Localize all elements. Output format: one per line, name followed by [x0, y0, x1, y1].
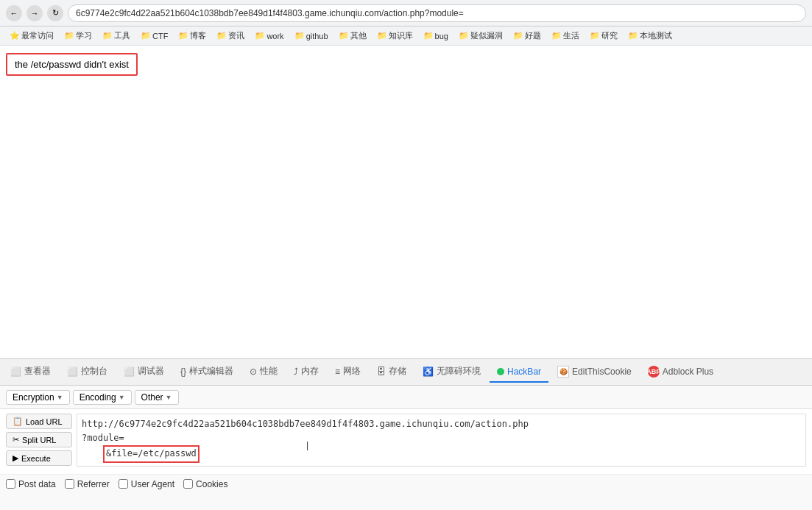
url-line-1: http://6c9774e2c9fc4d22aa521b604c1038bdb…: [82, 417, 801, 431]
bookmark-qita[interactable]: 📁 其他: [335, 29, 370, 43]
adblock-icon: ABP: [648, 366, 660, 378]
devtools-tabs: ⬜ 查看器 ⬜ 控制台 ⬜ 调试器 {} 样式编辑器 ⊙ 性能 ⤴ 内存 ≡ 网…: [0, 359, 812, 386]
cookies-checkbox-label[interactable]: Cookies: [183, 479, 227, 489]
bookmark-bug[interactable]: 📁 bug: [420, 29, 452, 42]
error-text: the /etc/passwd didn't exist: [15, 59, 129, 70]
tab-hackbar[interactable]: HackBar: [490, 362, 548, 383]
browser-toolbar: ← → ↻: [0, 0, 812, 26]
bookmark-shenghuo[interactable]: 📁 生活: [548, 29, 583, 43]
forward-button[interactable]: →: [27, 5, 43, 21]
back-button[interactable]: ←: [6, 5, 22, 21]
hackbar-checkboxes: Post data Referrer User Agent Cookies: [0, 474, 812, 494]
execute-icon: ▶: [13, 453, 18, 463]
bookmark-yanjiu[interactable]: 📁 研究: [586, 29, 621, 43]
bookmark-xuexi[interactable]: 📁 学习: [60, 29, 96, 43]
url-highlighted-part: &file=/etc/passwd: [103, 445, 200, 462]
hackbar-content: 📋 Load URL ✂ Split URL ▶ Execute http://…: [0, 409, 812, 474]
tab-editthiscookie[interactable]: 🍪 EditThisCookie: [550, 361, 639, 383]
hackbar-main-row: 📋 Load URL ✂ Split URL ▶ Execute http://…: [6, 414, 806, 467]
bookmark-zuichang[interactable]: ⭐ 最常访问: [6, 29, 57, 43]
other-dropdown[interactable]: Other ▼: [135, 390, 179, 405]
bookmark-ctf[interactable]: 📁 CTF: [137, 29, 172, 42]
devtools-panel: ⬜ 查看器 ⬜ 控制台 ⬜ 调试器 {} 样式编辑器 ⊙ 性能 ⤴ 内存 ≡ 网…: [0, 358, 812, 510]
tab-debugger[interactable]: ⬜ 调试器: [116, 361, 172, 383]
style-icon: {}: [180, 366, 186, 377]
storage-icon: 🗄: [377, 366, 386, 377]
url-line-3: &file=/etc/passwd: [82, 445, 801, 462]
bookmark-boke[interactable]: 📁 博客: [174, 29, 210, 43]
error-box: the /etc/passwd didn't exist: [6, 53, 138, 76]
accessibility-icon: ♿: [423, 366, 434, 377]
cookies-checkbox[interactable]: [183, 479, 193, 489]
useragent-checkbox-label[interactable]: User Agent: [119, 479, 174, 489]
refresh-button[interactable]: ↻: [47, 5, 63, 21]
network-icon: ≡: [335, 366, 340, 377]
bookmark-local[interactable]: 📁 本地测试: [624, 29, 676, 43]
encoding-arrow-icon: ▼: [119, 394, 125, 401]
bookmark-zixun[interactable]: 📁 资讯: [213, 29, 248, 43]
debugger-icon: ⬜: [124, 366, 135, 377]
execute-button[interactable]: ▶ Execute: [6, 450, 72, 466]
bookmark-haoti[interactable]: 📁 好题: [509, 29, 545, 43]
encryption-dropdown[interactable]: Encryption ▼: [6, 390, 70, 405]
hackbar-toolbar: Encryption ▼ Encoding ▼ Other ▼: [0, 386, 812, 409]
tab-memory[interactable]: ⤴ 内存: [286, 361, 326, 383]
useragent-checkbox[interactable]: [119, 479, 128, 489]
hackbar-url-area[interactable]: http://6c9774e2c9fc4d22aa521b604c1038bdb…: [77, 414, 806, 467]
url-display[interactable]: http://6c9774e2c9fc4d22aa521b604c1038bdb…: [77, 414, 806, 467]
main-content: the /etc/passwd didn't exist: [0, 46, 812, 358]
tab-network[interactable]: ≡ 网络: [328, 361, 368, 383]
referrer-checkbox[interactable]: [65, 479, 74, 489]
memory-icon: ⤴: [294, 366, 298, 377]
url-line-2: ?module=: [82, 431, 801, 445]
tab-console[interactable]: ⬜ 控制台: [60, 361, 115, 383]
bookmark-gongju[interactable]: 📁 工具: [99, 29, 134, 43]
tab-inspector[interactable]: ⬜ 查看器: [3, 361, 58, 383]
bookmark-loujian[interactable]: 📁 疑似漏洞: [455, 29, 506, 43]
encoding-dropdown[interactable]: Encoding ▼: [73, 390, 132, 405]
console-icon: ⬜: [67, 366, 78, 377]
load-url-button[interactable]: 📋 Load URL: [6, 414, 72, 429]
tab-performance[interactable]: ⊙ 性能: [242, 361, 285, 383]
cookie-icon: 🍪: [557, 366, 569, 378]
encryption-arrow-icon: ▼: [57, 394, 63, 401]
hackbar-dot-icon: [497, 368, 504, 375]
postdata-checkbox[interactable]: [6, 479, 15, 489]
bookmark-zhishiku[interactable]: 📁 知识库: [373, 29, 417, 43]
postdata-checkbox-label[interactable]: Post data: [6, 479, 56, 489]
tab-storage[interactable]: 🗄 存储: [370, 361, 414, 383]
tab-adblock[interactable]: ABP Adblock Plus: [640, 361, 721, 383]
address-bar[interactable]: [68, 4, 806, 22]
tab-style-editor[interactable]: {} 样式编辑器: [173, 361, 241, 383]
tab-accessibility[interactable]: ♿ 无障碍环境: [415, 361, 488, 383]
bookmark-github[interactable]: 📁 github: [291, 29, 332, 42]
other-arrow-icon: ▼: [166, 394, 172, 401]
hackbar-buttons-column: 📋 Load URL ✂ Split URL ▶ Execute: [6, 414, 72, 466]
load-url-icon: 📋: [13, 417, 23, 426]
referrer-checkbox-label[interactable]: Referrer: [65, 479, 110, 489]
performance-icon: ⊙: [250, 366, 257, 377]
split-url-icon: ✂: [13, 435, 19, 445]
split-url-button[interactable]: ✂ Split URL: [6, 432, 72, 447]
bookmark-work[interactable]: 📁 work: [251, 29, 287, 42]
bookmarks-bar: ⭐ 最常访问 📁 学习 📁 工具 📁 CTF 📁 博客 📁 资讯 📁 work …: [0, 26, 812, 46]
inspector-icon: ⬜: [10, 366, 21, 377]
